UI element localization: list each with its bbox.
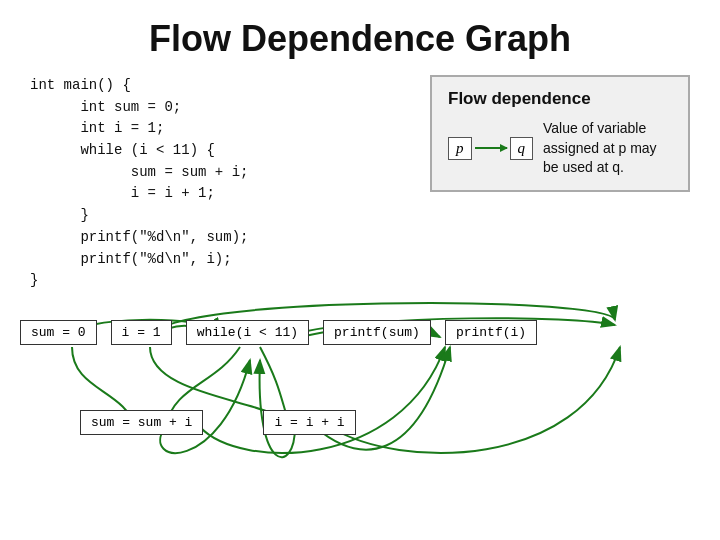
- node-while: while(i < 11): [186, 320, 309, 345]
- page-title: Flow Dependence Graph: [0, 0, 720, 70]
- node-i-i: i = i + i: [263, 410, 355, 435]
- legend-row: p q Value of variable assigned at p may …: [448, 119, 672, 178]
- node-sum-sum: sum = sum + i: [80, 410, 203, 435]
- legend-arrow-wrap: p q: [448, 137, 533, 160]
- legend-box: Flow dependence p q Value of variable as…: [430, 75, 690, 192]
- node-printf-i: printf(i): [445, 320, 537, 345]
- node-sum0: sum = 0: [20, 320, 97, 345]
- legend-p-label: p: [448, 137, 472, 160]
- node-printf-sum: printf(sum): [323, 320, 431, 345]
- legend-description: Value of variable assigned at p may be u…: [543, 119, 672, 178]
- legend-q-label: q: [510, 137, 534, 160]
- legend-title: Flow dependence: [448, 89, 672, 109]
- node-i1: i = 1: [111, 320, 172, 345]
- code-block: int main() { int sum = 0; int i = 1; whi…: [30, 75, 410, 292]
- legend-flow-arrow: [475, 147, 507, 149]
